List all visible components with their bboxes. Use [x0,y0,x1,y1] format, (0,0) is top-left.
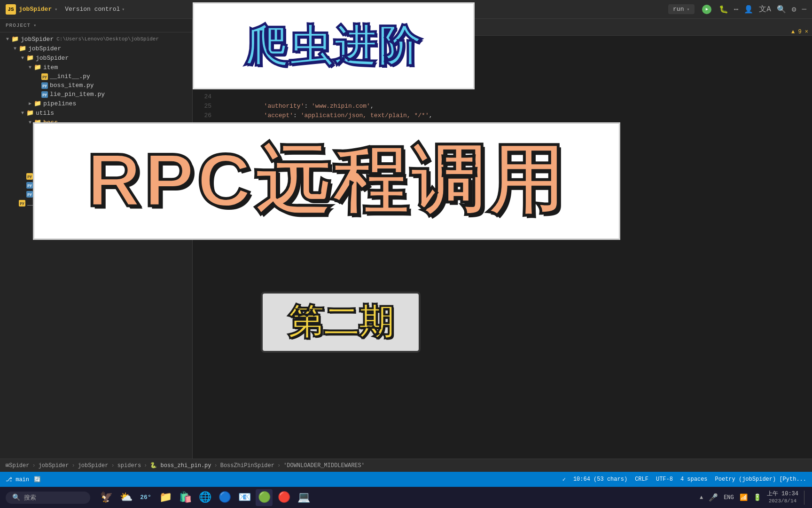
label-init-root: __init__.py [27,199,68,206]
run-button[interactable] [702,5,711,14]
py-icon-4: py [41,128,48,135]
taskbar-app-cloud[interactable]: ⛅ [117,489,134,506]
tree-middlewares[interactable]: py middlewares.py [0,181,192,190]
taskbar-app-files[interactable]: 📁 [157,489,174,506]
tab-label-1: lie_pin_pipeline.py [211,24,275,31]
label-get-zp: get_zp_stoken.py [50,137,109,144]
sidebar-header-dropdown[interactable]: ▾ [33,23,37,28]
taskbar-lang[interactable]: ENG [724,494,734,501]
folder-2: 📁 [26,54,34,62]
status-right: ✓ 10:64 (53 chars) CRLF UTF-8 4 spaces P… [562,476,806,483]
project-name[interactable]: jobSpider [19,6,52,13]
tab-lie-pin[interactable]: py lie_pin_pipeline.py ✕ [193,20,289,35]
status-position[interactable]: 10:64 (53 chars) [573,476,627,483]
py-icon-11: py [26,191,33,198]
tree-init-utils[interactable]: py __init__.py [0,145,192,154]
py-icon-3: py [41,91,48,98]
arrow-boss [26,120,34,125]
tab-close-1[interactable]: ✕ [280,25,283,31]
taskbar-app-edge[interactable]: 🔵 [216,489,233,506]
taskbar-app-pycharm[interactable]: 🟢 [256,489,273,506]
line-numbers: 8 9 22 23 24 25 26 27 28 29 30 31 32 [193,36,216,214]
taskbar-mic[interactable]: 🎤 [709,493,718,502]
root-label: jobSpider [21,36,54,43]
tree-init-boss[interactable]: py __init__.py [0,127,192,136]
label-settings: settings.py [35,190,75,198]
arrow-utils [19,111,26,116]
minimize-icon[interactable]: — [802,5,806,14]
tree-init-inner[interactable]: py __init__.py [0,172,192,181]
breadcrumb-file: 🐍 boss_zhi_pin.py [150,462,211,469]
tree-item-folder[interactable]: 📁 item [0,63,192,72]
py-icon-8: py [34,164,40,171]
taskbar-search[interactable]: 🔍 搜索 [6,492,90,504]
tree-boss-item[interactable]: py boss_item.py [0,81,192,90]
tree-init-root[interactable]: py __init__.py [0,198,192,207]
taskbar-app-1[interactable]: 🦅 [98,489,115,506]
breadcrumb-spiders: spiders [117,462,141,469]
tree-init-item[interactable]: py __init__.py [0,72,192,81]
status-left: ⎇ main 🔄 [6,476,41,483]
more-icon[interactable]: ⋯ [734,5,739,14]
sidebar-header-label: Project [6,23,31,28]
py-icon-1: py [41,73,48,80]
root-arrow [4,37,11,42]
py-icon-12: py [19,200,25,206]
run-label: run [673,6,684,13]
version-control[interactable]: Version control ▾ [65,6,125,13]
translate-icon[interactable]: 文A [759,4,771,14]
tab-icon-1: py [199,24,206,31]
settings-icon[interactable]: ⚙ [792,5,796,14]
search-icon[interactable]: 🔍 [777,5,786,14]
breadcrumb-js1: jobSpider [39,462,69,469]
taskbar-app-browser1[interactable]: 🌐 [196,489,213,506]
code-area[interactable]: 8 9 22 23 24 25 26 27 28 29 30 31 32 cus… [193,36,812,472]
tree-jobspider-1[interactable]: 📁 jobSpider [0,44,192,53]
warning-badge: ▲ 9 × [791,29,808,35]
py-icon-2: py [41,82,48,89]
arrow-2 [19,56,26,61]
py-icon-9: py [26,173,33,180]
status-indent[interactable]: 4 spaces [680,476,708,483]
label-item: item [43,64,58,71]
label-init-inner: __init__.py [35,173,75,180]
main-layout: Project ▾ 📁 jobSpider C:\Users\Lenovo\De… [0,19,812,472]
tree-liepin-item[interactable]: py lie_pin_item.py [0,90,192,99]
taskbar-show-desktop[interactable] [804,491,806,505]
tab-close-2[interactable]: ✕ [367,25,370,31]
tree-settings[interactable]: py settings.py [0,190,192,198]
tree-root[interactable]: 📁 jobSpider C:\Users\Lenovo\Desktop\jobS… [0,34,192,44]
run-config[interactable]: run ▾ [668,4,694,14]
taskbar-app-terminal[interactable]: 💻 [295,489,312,506]
folder-item: 📁 [34,64,41,71]
label-boss-item: boss_item.py [50,82,94,89]
status-crlf[interactable]: CRLF [635,476,648,483]
status-check[interactable]: ✓ [562,476,566,483]
breadcrumb-bar: ⊞Spider › jobSpider › jobSpider › spider… [0,459,812,472]
debug-icon[interactable]: 🐛 [719,5,728,14]
breadcrumb-class: BossZhiPinSpider [220,462,274,469]
status-branch[interactable]: ⎇ main [6,476,29,483]
tree-get-zp[interactable]: py get_zp_stoken.py [0,136,192,145]
taskbar-app-store[interactable]: 🛍️ [177,489,194,506]
status-encoding[interactable]: UTF-8 [656,476,673,483]
tree-pipelines[interactable]: 📁 pipelines [0,99,192,108]
tab-get-zp[interactable]: py get_zp_stoken.py ✕ [289,20,376,35]
root-path: C:\Users\Lenovo\Desktop\jobSpider [56,36,159,42]
taskbar-search-text: 搜索 [24,493,36,502]
taskbar: 🔍 搜索 🦅 ⛅ 26° 📁 🛍️ 🌐 🔵 📧 🟢 🔴 💻 ▲ 🎤 ENG 📶 … [0,487,812,508]
profile-icon[interactable]: 👤 [744,5,753,14]
tree-http-poxy[interactable]: py http_poxy.py [0,163,192,172]
taskbar-datetime[interactable]: 上午 10:34 2023/8/14 [767,491,798,505]
taskbar-app-circle[interactable]: 🔴 [275,489,292,506]
taskbar-app-mail[interactable]: 📧 [236,489,253,506]
tree-demo[interactable]: py demo.py [0,154,192,163]
tree-jobspider-2[interactable]: 📁 jobSpider [0,53,192,63]
warn-text: ▲ 9 × [791,29,808,35]
status-lang[interactable]: Poetry (jobSpider) [Pyth... [715,476,806,483]
taskbar-wifi[interactable]: 📶 [740,493,748,501]
tree-boss-folder[interactable]: 📁 boss [0,118,192,127]
tree-utils[interactable]: 📁 utils [0,108,192,118]
project-dropdown-icon[interactable]: ▾ [55,7,57,12]
editor-area: py lie_pin_pipeline.py ✕ py get_zp_stoke… [193,19,812,472]
